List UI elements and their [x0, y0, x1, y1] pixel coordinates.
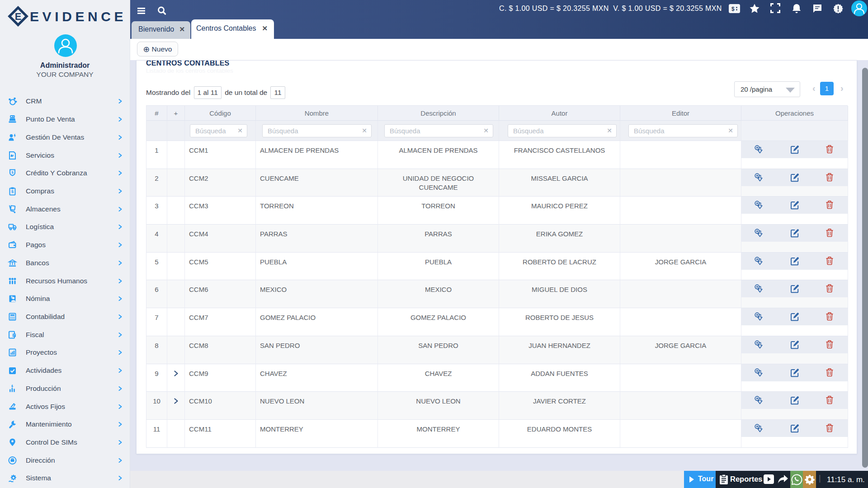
svg-text:$: $	[11, 296, 13, 299]
svg-text:$: $	[11, 189, 14, 194]
svg-text:EVIDENCE: EVIDENCE	[30, 9, 127, 24]
svg-text:E: E	[15, 11, 22, 22]
svg-text:$: $	[11, 170, 14, 174]
svg-text:$: $	[731, 6, 735, 12]
